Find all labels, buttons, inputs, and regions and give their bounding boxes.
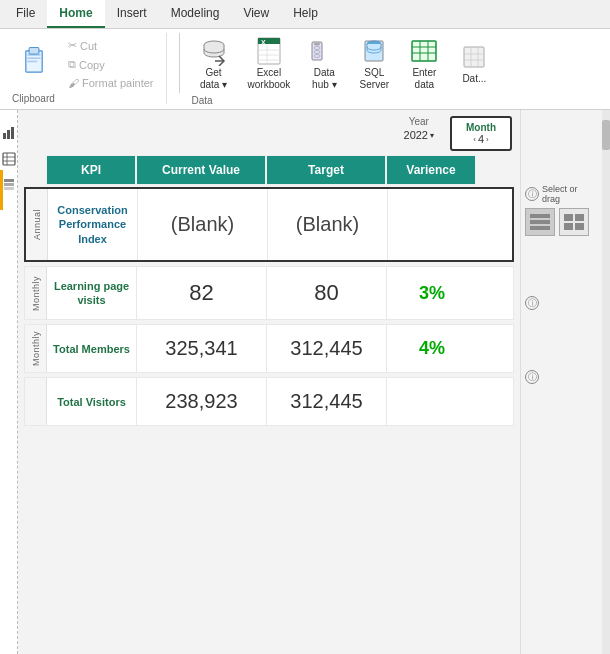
learning-variance: 3% [387, 267, 477, 320]
copy-button[interactable]: ⧉ Copy [64, 56, 158, 73]
svg-rect-40 [4, 187, 14, 190]
tab-home[interactable]: Home [47, 0, 104, 28]
excel-workbook-button[interactable]: X Excelworkbook [242, 33, 297, 93]
monthly-type-cell-1: Monthly [25, 267, 47, 320]
annual-row: Annual Conservation Performance Index (B… [24, 187, 514, 262]
svg-rect-31 [3, 133, 6, 139]
list-layout-option[interactable] [525, 208, 555, 236]
dat-button[interactable]: Dat... [452, 39, 496, 87]
svg-rect-26 [464, 47, 484, 67]
sql-server-button[interactable]: SQLServer [352, 33, 396, 93]
svg-rect-2 [27, 54, 40, 56]
svg-rect-33 [11, 127, 14, 139]
table-nav-icon[interactable] [2, 152, 16, 166]
tab-view[interactable]: View [231, 0, 281, 28]
paste-button[interactable] [12, 37, 56, 81]
report-canvas: Year 2022 ▾ Month ‹ 4 › KPI C [18, 110, 520, 654]
get-data-label: Getdata ▾ [200, 67, 227, 91]
members-target: 312,445 [267, 325, 387, 372]
grid-layout-option[interactable] [559, 208, 589, 236]
info-icon-2[interactable]: ⓘ [525, 296, 539, 310]
annual-type-cell: Annual [26, 189, 48, 260]
svg-rect-47 [575, 223, 584, 230]
cut-button[interactable]: ✂ Cut [64, 37, 158, 54]
database-icon [198, 35, 230, 67]
dat-label: Dat... [462, 73, 486, 85]
tab-modeling[interactable]: Modeling [159, 0, 232, 28]
svg-rect-1 [29, 48, 39, 55]
annual-label: Annual [32, 209, 42, 240]
header-current-value: Current Value [136, 155, 266, 185]
info-icon-3[interactable]: ⓘ [525, 370, 539, 384]
year-chevron-icon: ▾ [430, 131, 434, 140]
datahub-icon [308, 35, 340, 67]
monthly-label-1: Monthly [31, 276, 41, 311]
paintbrush-icon: 🖌 [68, 77, 79, 89]
excel-workbook-label: Excelworkbook [248, 67, 291, 91]
right-panel: ⓘ Select or drag [520, 110, 602, 654]
tab-insert[interactable]: Insert [105, 0, 159, 28]
table-header-row: KPI Current Value Target Varience [24, 155, 514, 185]
get-data-button[interactable]: Getdata ▾ [192, 33, 236, 93]
header-kpi: KPI [46, 155, 136, 185]
members-variance: 4% [387, 325, 477, 372]
month-label: Month [466, 122, 496, 133]
copy-icon: ⧉ [68, 58, 76, 71]
annual-current-value: (Blank) [138, 189, 268, 260]
members-current: 325,341 [137, 325, 267, 372]
svg-rect-21 [412, 41, 436, 61]
month-chevron-right: › [486, 135, 489, 144]
monthly-type-cell-3 [25, 378, 47, 425]
left-navigation [0, 110, 18, 654]
svg-rect-38 [4, 179, 14, 182]
vertical-scrollbar[interactable] [602, 110, 610, 654]
year-filter[interactable]: Year 2022 ▾ [404, 116, 434, 141]
svg-text:X: X [261, 39, 266, 46]
svg-rect-4 [27, 61, 37, 63]
select-drag-hint: ⓘ Select or drag [525, 184, 598, 204]
clipboard-group: ✂ Cut ⧉ Copy 🖌 Format painter Clipboard [8, 33, 167, 104]
month-filter-box[interactable]: Month ‹ 4 › [450, 116, 512, 151]
stacked-bar-nav-icon[interactable] [2, 178, 16, 192]
svg-rect-43 [530, 226, 550, 230]
svg-rect-32 [7, 130, 10, 139]
annual-variance [388, 189, 478, 260]
svg-rect-39 [4, 183, 14, 186]
members-kpi-name: Total Members [47, 325, 137, 372]
learning-current: 82 [137, 267, 267, 320]
table-enter-icon [408, 35, 440, 67]
data-group-label: Data [192, 93, 497, 106]
info-icon[interactable]: ⓘ [525, 187, 539, 201]
data-group: Getdata ▾ X [192, 33, 497, 105]
clipboard-label: Clipboard [12, 91, 55, 104]
filters-row: Year 2022 ▾ Month ‹ 4 › [18, 110, 520, 155]
tab-file[interactable]: File [4, 0, 47, 28]
monthly-type-cell-2: Monthly [25, 325, 47, 372]
visitors-kpi-name: Total Visitors [47, 378, 137, 425]
data-hub-button[interactable]: Datahub ▾ [302, 33, 346, 93]
format-painter-button[interactable]: 🖌 Format painter [64, 75, 158, 91]
enter-data-button[interactable]: Enterdata [402, 33, 446, 93]
svg-rect-3 [27, 57, 40, 59]
select-drag-hint-2: ⓘ [525, 296, 598, 310]
scissors-icon: ✂ [68, 39, 77, 52]
svg-rect-45 [575, 214, 584, 221]
svg-rect-42 [530, 220, 550, 224]
kpi-table-container: KPI Current Value Target Varience Annual… [18, 155, 520, 654]
active-indicator [0, 170, 3, 210]
visitors-target: 312,445 [267, 378, 387, 425]
annual-kpi-name: Conservation Performance Index [48, 189, 138, 260]
month-value-row[interactable]: ‹ 4 › [473, 133, 488, 145]
scrollbar-thumb[interactable] [602, 120, 610, 150]
tab-help[interactable]: Help [281, 0, 330, 28]
month-chevron-left: ‹ [473, 135, 476, 144]
bar-chart-nav-icon[interactable] [2, 126, 16, 140]
header-variance: Varience [386, 155, 476, 185]
year-value[interactable]: 2022 ▾ [404, 129, 434, 141]
annual-target-value: (Blank) [268, 189, 388, 260]
total-visitors-row: Total Visitors 238,923 312,445 [24, 377, 514, 426]
svg-point-15 [314, 43, 320, 46]
excel-icon: X [253, 35, 285, 67]
sql-icon [358, 35, 390, 67]
svg-rect-41 [530, 214, 550, 218]
